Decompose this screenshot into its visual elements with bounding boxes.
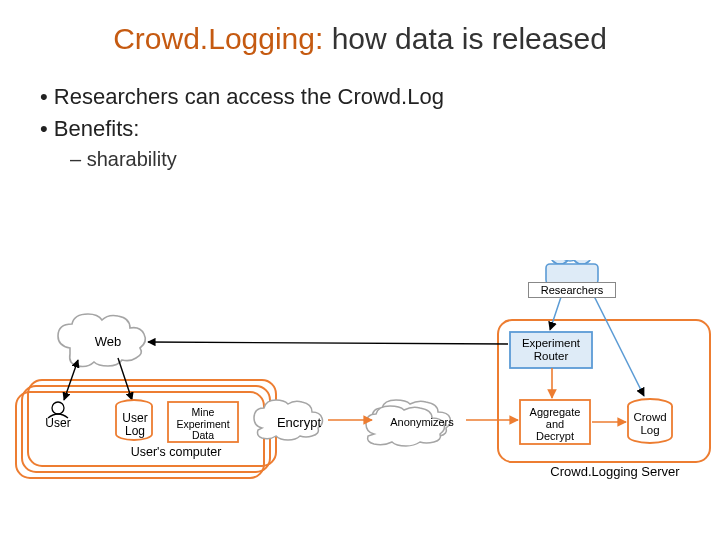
svg-rect-14 [546, 264, 598, 284]
label-anonymizers: Anonymizers [382, 416, 462, 428]
diagram-area: Web Researchers User UserLog MineExperim… [0, 260, 720, 540]
label-agg-decrypt: AggregateandDecrypt [523, 406, 587, 442]
label-server: Crowd.Logging Server [540, 465, 690, 479]
diagram-svg [0, 260, 720, 540]
label-crowd-log: CrowdLog [625, 411, 675, 436]
label-users-computer: User's computer [116, 446, 236, 460]
label-encrypt: Encrypt [270, 416, 328, 430]
slide-title: Crowd.Logging: how data is released [0, 0, 720, 56]
label-mine: MineExperimentData [170, 407, 236, 442]
svg-point-6 [52, 402, 64, 414]
title-rest: how data is released [323, 22, 607, 55]
label-user: User [40, 417, 76, 430]
label-researchers: Researchers [528, 282, 616, 298]
bullet-list: Researchers can access the Crowd.Log Ben… [40, 84, 720, 142]
label-web: Web [88, 335, 128, 349]
label-user-log: UserLog [115, 412, 155, 438]
label-exp-router: ExperimentRouter [513, 337, 589, 362]
sub-bullet-1: sharability [70, 148, 720, 171]
title-accent: Crowd.Logging: [113, 22, 323, 55]
sub-bullet-list: sharability [70, 148, 720, 171]
bullet-2: Benefits: [40, 116, 720, 142]
svg-line-22 [590, 288, 644, 396]
svg-line-19 [148, 342, 508, 344]
bullet-1: Researchers can access the Crowd.Log [40, 84, 720, 110]
